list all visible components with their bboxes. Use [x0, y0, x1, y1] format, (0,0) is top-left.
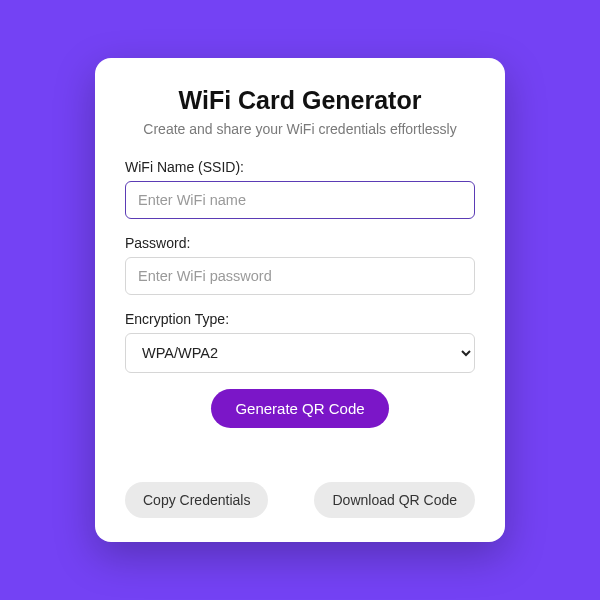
encryption-select[interactable]: WPA/WPA2	[125, 333, 475, 373]
ssid-label: WiFi Name (SSID):	[125, 159, 475, 175]
actions-row: Copy Credentials Download QR Code	[125, 482, 475, 518]
wifi-card: WiFi Card Generator Create and share you…	[95, 58, 505, 542]
password-input[interactable]	[125, 257, 475, 295]
download-button[interactable]: Download QR Code	[314, 482, 475, 518]
page-title: WiFi Card Generator	[125, 86, 475, 115]
encryption-label: Encryption Type:	[125, 311, 475, 327]
password-group: Password:	[125, 235, 475, 295]
password-label: Password:	[125, 235, 475, 251]
page-subtitle: Create and share your WiFi credentials e…	[125, 121, 475, 137]
copy-button[interactable]: Copy Credentials	[125, 482, 268, 518]
encryption-group: Encryption Type: WPA/WPA2	[125, 311, 475, 373]
generate-button[interactable]: Generate QR Code	[211, 389, 388, 428]
ssid-group: WiFi Name (SSID):	[125, 159, 475, 219]
ssid-input[interactable]	[125, 181, 475, 219]
generate-wrap: Generate QR Code	[125, 389, 475, 428]
